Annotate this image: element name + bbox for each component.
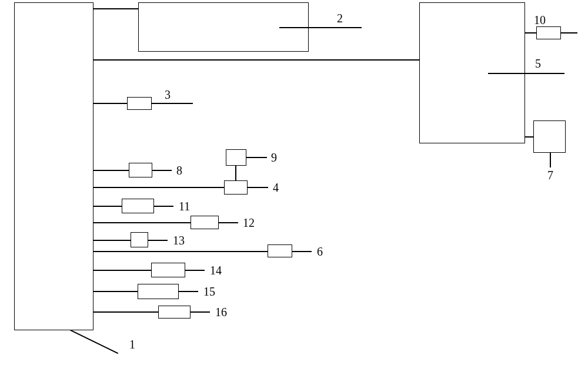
connector-1-12 [93,222,191,223]
block-15 [138,284,179,299]
connector-5-7 [525,136,533,138]
label-8: 8 [176,164,182,177]
connector-1-4 [93,187,224,188]
block-16 [158,306,191,319]
block-1 [14,2,93,330]
leader-line-5 [488,73,564,74]
label-15: 15 [203,285,215,299]
connector-1-11 [93,206,122,207]
leader-line-14 [185,270,205,271]
block-4 [224,180,248,195]
block-6 [268,244,292,257]
block-12 [191,216,219,229]
connector-1-8 [93,170,129,171]
block-10 [536,26,561,39]
block-8 [129,163,152,177]
label-3: 3 [165,88,171,102]
connector-1-3 [93,103,127,104]
block-9 [226,149,246,166]
label-6: 6 [317,245,323,259]
leader-line-3 [152,103,193,104]
label-4: 4 [273,181,279,195]
block-7 [533,120,566,153]
label-10: 10 [534,14,546,27]
leader-line-15 [179,291,198,292]
connector-1-15 [93,291,138,292]
label-5: 5 [535,57,541,71]
label-2: 2 [337,12,343,25]
leader-line-10 [561,32,577,33]
label-12: 12 [243,216,255,230]
connector-9-4 [235,166,236,180]
leader-line-4 [248,187,268,188]
connector-1-14 [93,270,151,271]
leader-line-2 [279,27,362,28]
leader-line-12 [219,222,238,223]
label-11: 11 [179,200,190,213]
connector-1-2-top [93,8,138,9]
block-3 [127,97,152,110]
connector-1-6 [93,251,268,252]
leader-line-11 [154,206,173,207]
leader-line-7 [550,153,551,167]
label-16: 16 [215,306,227,319]
connector-1-13 [93,240,131,241]
leader-line-9 [246,157,267,158]
leader-line-13 [148,240,168,241]
label-14: 14 [210,264,222,277]
connector-1-5 [93,59,419,61]
leader-line-16 [191,311,210,313]
connector-1-16 [93,311,158,313]
label-9: 9 [271,151,277,165]
connector-5-10 [525,32,536,33]
label-13: 13 [173,234,185,247]
leader-line-6 [292,251,312,252]
label-7: 7 [547,169,553,182]
block-11 [122,199,154,213]
leader-line-1 [71,330,119,354]
leader-line-8 [152,170,172,171]
block-13 [131,232,148,247]
block-14 [151,263,185,277]
label-1: 1 [129,338,135,351]
